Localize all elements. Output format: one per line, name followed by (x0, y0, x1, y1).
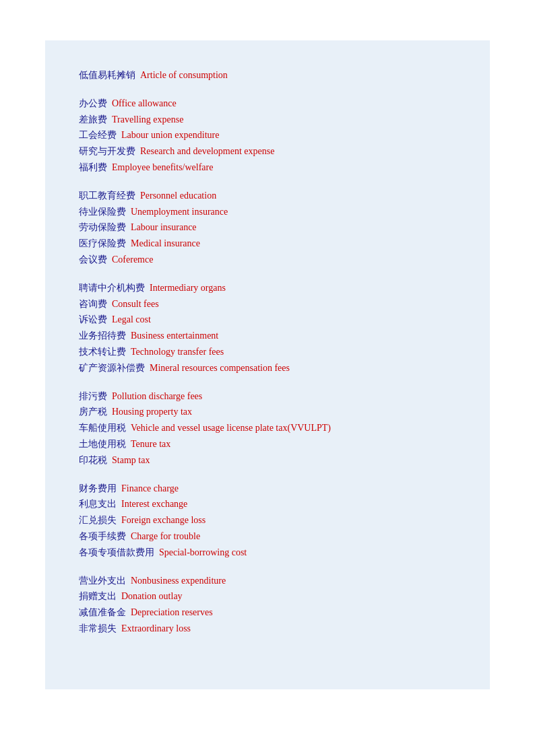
chinese-text: 营业外支出 (79, 576, 131, 586)
entry-1-2: 工会经费 Labour union expenditure (79, 127, 456, 143)
entry-3-2: 诉讼费 Legal cost (79, 312, 456, 328)
entry-group-4: 排污费 Pollution discharge fees房产税 Housing … (79, 388, 456, 469)
english-text: Medical insurance (131, 238, 200, 248)
english-text: Travelling expense (112, 114, 183, 125)
chinese-text: 咨询费 (79, 299, 112, 309)
entry-2-3: 医疗保险费 Medical insurance (79, 236, 456, 252)
english-text: Special-borrowing cost (159, 547, 247, 557)
english-text: Labour union expenditure (121, 130, 219, 140)
english-text: Tenure tax (131, 439, 170, 449)
entry-6-2: 减值准备金 Depreciation reserves (79, 605, 456, 621)
english-text: Technology transfer fees (131, 347, 224, 357)
entry-5-1: 利息支出 Interest exchange (79, 496, 456, 512)
english-text: Research and development expense (140, 146, 274, 156)
chinese-text: 待业保险费 (79, 207, 131, 217)
main-content: 低值易耗摊销 Article of consumption办公费 Office … (45, 40, 490, 689)
entry-4-0: 排污费 Pollution discharge fees (79, 388, 456, 405)
chinese-text: 诉讼费 (79, 314, 112, 324)
english-text: Article of consumption (140, 70, 228, 80)
entry-6-1: 捐赠支出 Donation outlay (79, 588, 456, 605)
entry-2-0: 职工教育经费 Personnel education (79, 188, 456, 204)
entry-4-1: 房产税 Housing property tax (79, 404, 456, 420)
english-text: Extraordinary loss (121, 623, 191, 633)
english-text: Charge for trouble (131, 531, 200, 541)
entry-4-4: 印花税 Stamp tax (79, 452, 456, 469)
chinese-text: 财务费用 (79, 483, 121, 493)
chinese-text: 医疗保险费 (79, 238, 131, 248)
chinese-text: 工会经费 (79, 130, 121, 140)
entry-1-1: 差旅费 Travelling expense (79, 112, 456, 128)
entry-6-3: 非常损失 Extraordinary loss (79, 621, 456, 637)
entry-1-3: 研究与开发费 Research and development expense (79, 143, 456, 160)
chinese-text: 土地使用税 (79, 439, 131, 449)
chinese-text: 减值准备金 (79, 607, 131, 617)
english-text: Housing property tax (112, 407, 192, 417)
chinese-text: 聘请中介机构费 (79, 283, 150, 293)
chinese-text: 利息支出 (79, 499, 121, 509)
entry-5-4: 各项专项借款费用 Special-borrowing cost (79, 545, 456, 561)
entry-group-3: 聘请中介机构费 Intermediary organs咨询费 Consult f… (79, 280, 456, 376)
entry-1-0: 办公费 Office allowance (79, 96, 456, 112)
chinese-text: 汇兑损失 (79, 515, 121, 525)
entry-3-4: 技术转让费 Technology transfer fees (79, 344, 456, 360)
english-text: Finance charge (121, 483, 179, 493)
chinese-text: 职工教育经费 (79, 191, 140, 201)
entry-5-3: 各项手续费 Charge for trouble (79, 528, 456, 545)
chinese-text: 房产税 (79, 407, 112, 417)
entry-0-0: 低值易耗摊销 Article of consumption (79, 67, 456, 83)
english-text: Mineral resources compensation fees (150, 363, 290, 373)
entry-2-2: 劳动保险费 Labour insurance (79, 219, 456, 236)
entry-group-0: 低值易耗摊销 Article of consumption (79, 67, 456, 83)
english-text: Interest exchange (121, 499, 187, 509)
english-text: Legal cost (112, 314, 151, 324)
entry-5-0: 财务费用 Finance charge (79, 481, 456, 497)
chinese-text: 劳动保险费 (79, 222, 131, 232)
english-text: Employee benefits/welfare (112, 162, 213, 172)
entry-3-5: 矿产资源补偿费 Mineral resources compensation f… (79, 360, 456, 376)
english-text: Consult fees (112, 299, 159, 309)
entry-group-1: 办公费 Office allowance差旅费 Travelling expen… (79, 96, 456, 176)
chinese-text: 差旅费 (79, 114, 112, 125)
english-text: Donation outlay (121, 591, 183, 601)
chinese-text: 矿产资源补偿费 (79, 363, 150, 373)
english-text: Foreign exchange loss (121, 515, 206, 525)
english-text: Unemployment insurance (131, 207, 228, 217)
chinese-text: 排污费 (79, 391, 112, 401)
entry-1-4: 福利费 Employee benefits/welfare (79, 160, 456, 176)
chinese-text: 印花税 (79, 455, 112, 465)
chinese-text: 捐赠支出 (79, 591, 121, 601)
entry-group-2: 职工教育经费 Personnel education待业保险费 Unemploy… (79, 188, 456, 268)
english-text: Office allowance (112, 98, 177, 108)
chinese-text: 业务招待费 (79, 331, 131, 341)
chinese-text: 非常损失 (79, 623, 121, 633)
english-text: Labour insurance (131, 222, 197, 232)
entry-6-0: 营业外支出 Nonbusiness expenditure (79, 573, 456, 589)
english-text: Personnel education (140, 191, 216, 201)
entry-group-5: 财务费用 Finance charge利息支出 Interest exchang… (79, 481, 456, 561)
entry-3-0: 聘请中介机构费 Intermediary organs (79, 280, 456, 296)
chinese-text: 研究与开发费 (79, 146, 140, 156)
english-text: Coferemce (112, 254, 153, 265)
chinese-text: 办公费 (79, 98, 112, 108)
chinese-text: 福利费 (79, 162, 112, 172)
chinese-text: 技术转让费 (79, 347, 131, 357)
english-text: Depreciation reserves (131, 607, 213, 617)
english-text: Vehicle and vessel usage license plate t… (131, 423, 331, 433)
entry-2-4: 会议费 Coferemce (79, 252, 456, 268)
entry-4-3: 土地使用税 Tenure tax (79, 436, 456, 452)
english-text: Pollution discharge fees (112, 391, 202, 401)
chinese-text: 车船使用税 (79, 423, 131, 433)
entry-5-2: 汇兑损失 Foreign exchange loss (79, 512, 456, 528)
entry-3-1: 咨询费 Consult fees (79, 296, 456, 312)
entry-group-6: 营业外支出 Nonbusiness expenditure捐赠支出 Donati… (79, 573, 456, 637)
chinese-text: 各项手续费 (79, 531, 131, 541)
english-text: Intermediary organs (150, 283, 226, 293)
chinese-text: 会议费 (79, 254, 112, 265)
entry-4-2: 车船使用税 Vehicle and vessel usage license p… (79, 420, 456, 436)
chinese-text: 各项专项借款费用 (79, 547, 159, 557)
chinese-text: 低值易耗摊销 (79, 70, 140, 80)
entry-3-3: 业务招待费 Business entertainment (79, 328, 456, 344)
english-text: Stamp tax (112, 455, 150, 465)
english-text: Nonbusiness expenditure (131, 576, 226, 586)
english-text: Business entertainment (131, 331, 218, 341)
